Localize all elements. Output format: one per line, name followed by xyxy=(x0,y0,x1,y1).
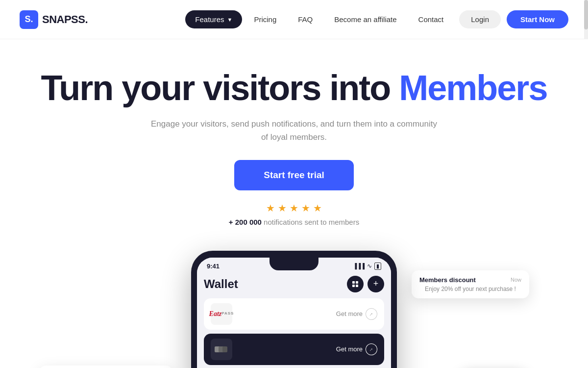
phone-header: Wallet + xyxy=(204,276,384,292)
float-card-time: Now xyxy=(511,277,521,283)
phone-screen: 9:41 ▐▐▐ ∿ ▮ Wallet xyxy=(197,258,391,368)
star-3: ★ xyxy=(290,202,298,214)
features-nav-button[interactable]: Features ▼ xyxy=(185,10,242,28)
mockup-area: Members discount Now Enjoy 20% off your … xyxy=(20,251,568,368)
scrollbar-track xyxy=(584,0,588,39)
login-button[interactable]: Login xyxy=(459,10,501,28)
navbar: S. SNAPSS. Features ▼ Pricing FAQ Become… xyxy=(0,0,588,39)
star-5: ★ xyxy=(313,202,322,214)
phone-content: Wallet + xyxy=(197,272,391,365)
dark-card-get-more: Get more ↑ xyxy=(336,343,377,355)
wallet-card-dark: Get more ↑ xyxy=(204,334,384,365)
arrow-icon-1: ↑ xyxy=(363,306,380,322)
chevron-down-icon: ▼ xyxy=(227,17,233,23)
social-proof-text: + 200 000 notifications sent to members xyxy=(229,218,359,226)
hero-title: Turn your visitors into Members xyxy=(41,69,547,107)
phone-icon-btn-plus: + xyxy=(368,276,384,292)
svg-rect-8 xyxy=(222,346,227,352)
hero-title-highlight: Members xyxy=(399,68,547,107)
scrollbar-thumb[interactable] xyxy=(584,0,588,29)
dark-logo-box xyxy=(211,339,232,360)
start-free-trial-button[interactable]: Start free trial xyxy=(234,160,354,190)
start-now-button[interactable]: Start Now xyxy=(507,10,568,28)
phone-mockup: 9:41 ▐▐▐ ∿ ▮ Wallet xyxy=(191,251,397,368)
float-card-new-album: B New Album Come pre-order the new album… xyxy=(39,366,172,368)
star-1: ★ xyxy=(266,202,275,214)
wallet-title: Wallet xyxy=(204,277,238,291)
wifi-icon: ∿ xyxy=(367,263,372,269)
phone-status-icons: ▐▐▐ ∿ ▮ xyxy=(353,263,381,270)
faq-nav-link[interactable]: FAQ xyxy=(288,11,322,27)
phone-header-icons: + xyxy=(347,276,384,292)
phone-time: 9:41 xyxy=(207,263,220,270)
get-more-label-2: Get more xyxy=(336,345,363,353)
features-label: Features xyxy=(195,15,224,24)
svg-rect-2 xyxy=(352,281,355,284)
star-4: ★ xyxy=(301,202,310,214)
float-card-desc: Enjoy 20% off your next purchase ! xyxy=(419,286,521,292)
hero-subtitle: Engage your visitors, send push notifica… xyxy=(147,117,441,144)
eatz-logo-box: Eatz PASS xyxy=(211,303,232,325)
eatz-get-more: Get more ↑ xyxy=(336,308,377,320)
signal-icon: ▐▐▐ xyxy=(353,263,365,269)
svg-rect-5 xyxy=(356,285,358,287)
brand-name: SNAPSS. xyxy=(42,13,88,26)
logo-icon: S. xyxy=(20,10,38,29)
affiliate-nav-link[interactable]: Become an affiliate xyxy=(324,11,406,27)
float-card-title: Members discount xyxy=(419,276,476,284)
svg-rect-3 xyxy=(356,281,358,284)
phone-notch xyxy=(270,258,318,270)
pricing-nav-link[interactable]: Pricing xyxy=(244,11,286,27)
star-2: ★ xyxy=(278,202,287,214)
phone-icon-btn-cube xyxy=(347,276,364,292)
wallet-card-eatz: Eatz PASS Get more ↑ xyxy=(204,298,384,330)
contact-nav-link[interactable]: Contact xyxy=(409,11,454,27)
logo-area: S. SNAPSS. xyxy=(20,10,88,29)
eatz-logo: Eatz PASS xyxy=(211,303,232,325)
nav-links: Features ▼ Pricing FAQ Become an affilia… xyxy=(185,10,568,28)
float-card-members-discount: Members discount Now Enjoy 20% off your … xyxy=(412,270,529,298)
dark-card-logo xyxy=(211,339,232,360)
arrow-icon-2: ↑ xyxy=(363,341,380,358)
svg-rect-4 xyxy=(352,285,355,287)
battery-icon: ▮ xyxy=(374,263,381,270)
hero-section: Turn your visitors into Members Engage y… xyxy=(0,39,588,368)
stars-row: ★ ★ ★ ★ ★ xyxy=(266,202,322,214)
get-more-label-1: Get more xyxy=(336,310,363,317)
